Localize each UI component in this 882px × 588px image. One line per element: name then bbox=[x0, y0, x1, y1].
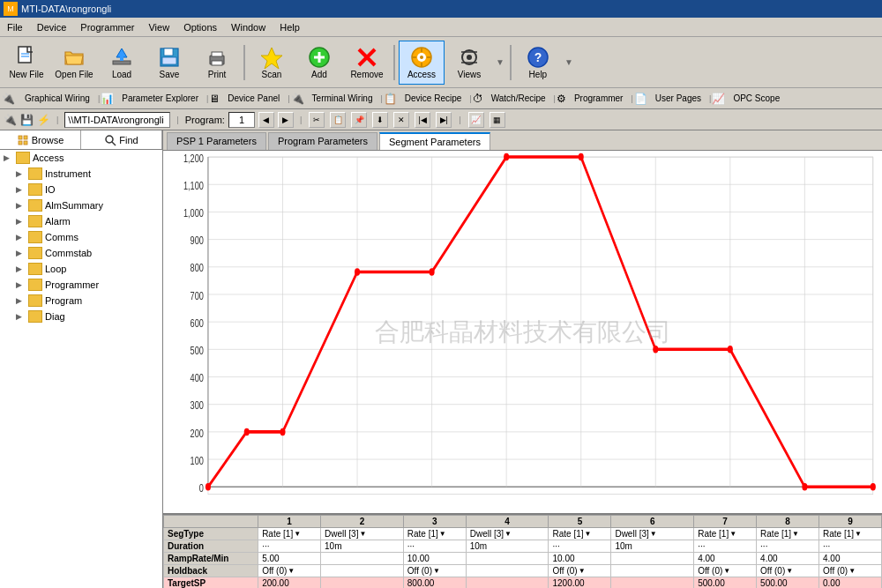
cell-duration-4[interactable]: 10m bbox=[466, 540, 549, 553]
cell-segtype-4[interactable]: Dwell [3]▼ bbox=[466, 528, 549, 540]
copy-btn[interactable]: 📋 bbox=[330, 112, 346, 128]
cell-segtype-7[interactable]: Rate [1]▼ bbox=[694, 528, 757, 540]
program-input[interactable] bbox=[228, 112, 255, 128]
cell-duration-7[interactable]: ··· bbox=[694, 540, 757, 553]
cell-segtype-3[interactable]: Rate [1]▼ bbox=[403, 528, 466, 540]
cell-holdback-2[interactable] bbox=[321, 565, 404, 577]
path-input[interactable] bbox=[64, 112, 170, 128]
tab-graphical-wiring[interactable]: Graphical Wiring bbox=[18, 92, 97, 105]
cell-duration-6[interactable]: 10m bbox=[611, 540, 694, 553]
new-file-button[interactable]: New File bbox=[4, 41, 49, 85]
add-seg-btn[interactable]: ⬇ bbox=[372, 112, 388, 128]
cell-targetsp-7[interactable]: 500.00 bbox=[694, 577, 757, 589]
cell-duration-1[interactable]: ··· bbox=[258, 540, 321, 553]
next-btn[interactable]: ▶ bbox=[278, 112, 294, 128]
open-file-button[interactable]: Open File bbox=[51, 41, 97, 85]
cell-duration-3[interactable]: ··· bbox=[403, 540, 466, 553]
tree-item-program[interactable]: ▶ Program bbox=[0, 293, 162, 309]
cell-ramprate-1[interactable]: 5.00 bbox=[258, 553, 321, 565]
cell-ramprate-5[interactable]: 10.00 bbox=[549, 553, 611, 565]
cell-segtype-1[interactable]: Rate [1]▼ bbox=[258, 528, 321, 540]
tree-item-alarm[interactable]: ▶ Alarm bbox=[0, 213, 162, 229]
tab-psp1[interactable]: PSP 1 Parameters bbox=[167, 132, 266, 150]
prev-btn[interactable]: ◀ bbox=[258, 112, 274, 128]
tree-item-access[interactable]: ▶ Access bbox=[0, 150, 162, 166]
cell-duration-8[interactable]: ··· bbox=[757, 540, 819, 553]
tab-parameter-explorer[interactable]: Parameter Explorer bbox=[115, 92, 206, 105]
tree-item-almsummary[interactable]: ▶ AlmSummary bbox=[0, 197, 162, 213]
cell-segtype-6[interactable]: Dwell [3]▼ bbox=[611, 528, 694, 540]
cell-holdback-4[interactable] bbox=[466, 565, 549, 577]
cell-targetsp-9[interactable]: 0.00 bbox=[819, 577, 882, 589]
tab-segment-params[interactable]: Segment Parameters bbox=[379, 132, 490, 150]
cell-holdback-3[interactable]: Off (0)▼ bbox=[403, 565, 466, 577]
menu-help[interactable]: Help bbox=[273, 20, 307, 34]
paste-btn[interactable]: 📌 bbox=[351, 112, 367, 128]
tree-item-diag[interactable]: ▶ Diag bbox=[0, 309, 162, 324]
browse-button[interactable]: Browse bbox=[0, 130, 81, 149]
tab-user-pages[interactable]: User Pages bbox=[648, 92, 708, 105]
cell-targetsp-8[interactable]: 500.00 bbox=[757, 577, 819, 589]
cell-holdback-9[interactable]: Off (0)▼ bbox=[819, 565, 882, 577]
find-button[interactable]: Find bbox=[81, 130, 162, 149]
save-button[interactable]: Save bbox=[146, 41, 192, 85]
cell-targetsp-3[interactable]: 800.00 bbox=[403, 577, 466, 589]
cell-holdback-6[interactable] bbox=[611, 565, 694, 577]
help-button[interactable]: ? Help bbox=[515, 41, 561, 85]
cell-holdback-1[interactable]: Off (0)▼ bbox=[258, 565, 321, 577]
seg-nav-end[interactable]: ▶| bbox=[436, 112, 452, 128]
tab-terminal-wiring[interactable]: Terminal Wiring bbox=[305, 92, 380, 105]
cell-holdback-7[interactable]: Off (0)▼ bbox=[694, 565, 757, 577]
tab-program-params[interactable]: Program Parameters bbox=[268, 132, 377, 150]
cell-holdback-8[interactable]: Off (0)▼ bbox=[757, 565, 819, 577]
menu-device[interactable]: Device bbox=[30, 20, 74, 34]
cell-targetsp-1[interactable]: 200.00 bbox=[258, 577, 321, 589]
tree-item-commstab[interactable]: ▶ Commstab bbox=[0, 245, 162, 261]
cell-duration-5[interactable]: ··· bbox=[549, 540, 611, 553]
cell-ramprate-4[interactable] bbox=[466, 553, 549, 565]
menu-view[interactable]: View bbox=[141, 20, 176, 34]
tree-item-instrument[interactable]: ▶ Instrument bbox=[0, 166, 162, 182]
cell-ramprate-8[interactable]: 4.00 bbox=[757, 553, 819, 565]
remove-button[interactable]: Remove bbox=[344, 41, 390, 85]
cell-ramprate-7[interactable]: 4.00 bbox=[694, 553, 757, 565]
load-button[interactable]: Load bbox=[99, 41, 145, 85]
chart-btn[interactable]: 📈 bbox=[468, 112, 484, 128]
tab-device-panel[interactable]: Device Panel bbox=[220, 92, 287, 105]
cell-targetsp-6[interactable] bbox=[611, 577, 694, 589]
cell-segtype-2[interactable]: Dwell [3]▼ bbox=[321, 528, 404, 540]
menu-options[interactable]: Options bbox=[176, 20, 224, 34]
tree-item-programmer[interactable]: ▶ Programmer bbox=[0, 277, 162, 293]
tab-programmer[interactable]: Programmer bbox=[567, 92, 631, 105]
tree-item-loop[interactable]: ▶ Loop bbox=[0, 261, 162, 277]
menu-window[interactable]: Window bbox=[224, 20, 273, 34]
cell-ramprate-2[interactable] bbox=[321, 553, 404, 565]
tree-item-io[interactable]: ▶ IO bbox=[0, 182, 162, 197]
cell-segtype-9[interactable]: Rate [1]▼ bbox=[819, 528, 882, 540]
cell-duration-9[interactable]: ··· bbox=[819, 540, 882, 553]
cell-targetsp-2[interactable] bbox=[321, 577, 404, 589]
cell-segtype-5[interactable]: Rate [1]▼ bbox=[549, 528, 611, 540]
menu-file[interactable]: File bbox=[0, 20, 30, 34]
add-button[interactable]: Add bbox=[296, 41, 342, 85]
cell-ramprate-9[interactable]: 4.00 bbox=[819, 553, 882, 565]
cut-btn[interactable]: ✂ bbox=[309, 112, 325, 128]
tab-device-recipe[interactable]: Device Recipe bbox=[398, 92, 468, 105]
del-seg-btn[interactable]: ✕ bbox=[393, 112, 409, 128]
tab-opc-scope[interactable]: OPC Scope bbox=[726, 92, 787, 105]
scan-button[interactable]: Scan bbox=[249, 41, 295, 85]
cell-segtype-8[interactable]: Rate [1]▼ bbox=[757, 528, 819, 540]
cell-ramprate-3[interactable]: 10.00 bbox=[403, 553, 466, 565]
cell-targetsp-5[interactable]: 1200.00 bbox=[549, 577, 611, 589]
cell-ramprate-6[interactable] bbox=[611, 553, 694, 565]
seg-nav-start[interactable]: |◀ bbox=[415, 112, 430, 128]
cell-duration-2[interactable]: 10m bbox=[321, 540, 404, 553]
tab-watch-recipe[interactable]: Watch/Recipe bbox=[484, 92, 553, 105]
access-button[interactable]: Access bbox=[399, 41, 445, 85]
menu-programmer[interactable]: Programmer bbox=[73, 20, 141, 34]
cell-holdback-5[interactable]: Off (0)▼ bbox=[549, 565, 611, 577]
views-button[interactable]: Views bbox=[446, 41, 492, 85]
tree-item-comms[interactable]: ▶ Comms bbox=[0, 229, 162, 245]
print-button[interactable]: Print bbox=[194, 41, 240, 85]
table-btn[interactable]: ▦ bbox=[490, 112, 505, 128]
